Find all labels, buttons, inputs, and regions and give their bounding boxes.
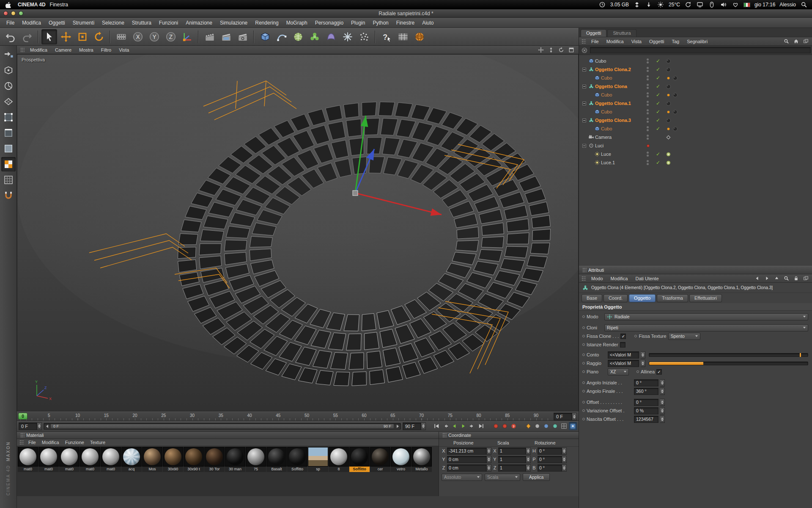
visibility-dots[interactable] <box>647 67 649 72</box>
viewport-menu-filtro[interactable]: Filtro <box>97 45 115 55</box>
menubar-clock[interactable]: gio 17:16 <box>754 2 775 8</box>
material-item[interactable]: 8 <box>329 447 349 472</box>
cloni-dropdown[interactable]: Ripeti <box>604 324 808 331</box>
heart-icon[interactable] <box>732 1 739 8</box>
expander-icon[interactable] <box>582 144 587 148</box>
light-tag-icon[interactable] <box>665 151 671 157</box>
rotation-p-field[interactable]: 0 ° <box>538 456 567 463</box>
visibility-dots[interactable] <box>647 101 649 106</box>
model-mode-button[interactable] <box>1 63 16 77</box>
om-menu-vista[interactable]: Vista <box>628 36 645 47</box>
allinea-checkbox[interactable]: ✓ <box>656 369 662 375</box>
expander-icon[interactable] <box>582 102 587 105</box>
nascita-offset-field[interactable]: 1234567 <box>634 416 658 423</box>
texture-tag-icon[interactable] <box>672 75 678 81</box>
material-item[interactable]: acq <box>121 447 142 472</box>
autokey-button[interactable] <box>501 422 509 430</box>
timeline-range-slider[interactable]: 0 F 90 F <box>44 423 401 430</box>
snap-settings-button[interactable] <box>1 188 16 203</box>
panel-grip[interactable] <box>442 433 447 438</box>
conto-slider[interactable] <box>649 353 808 357</box>
enabled-check[interactable]: ✓ <box>656 151 660 157</box>
texture-tag-icon[interactable] <box>672 126 678 132</box>
texture-tag-icon[interactable] <box>665 117 671 123</box>
modo-dropdown[interactable]: Radiale <box>604 313 808 320</box>
workplane-button[interactable] <box>411 29 427 44</box>
object-row-oggetto-clona-3[interactable]: Oggetto Clona.3✓ <box>579 116 812 124</box>
weather-icon[interactable] <box>657 1 664 8</box>
offset-field-stepper[interactable] <box>660 399 665 406</box>
om-menu-oggetti[interactable]: Oggetti <box>645 36 668 47</box>
menu-finestre[interactable]: Finestre <box>392 18 418 28</box>
anim-dot[interactable] <box>582 335 585 337</box>
om-menu-segnalibri[interactable]: Segnalibri <box>683 36 711 47</box>
enabled-check[interactable]: ✓ <box>656 160 660 166</box>
conto-field[interactable]: <<Valori M <box>608 351 639 359</box>
frame-stepper[interactable] <box>572 413 577 420</box>
angolo-finale-field[interactable]: 360 ° <box>634 388 658 395</box>
material-item[interactable]: Soffitto <box>349 447 370 472</box>
time-machine-icon[interactable] <box>598 1 606 8</box>
material-item[interactable]: 30x90 <box>163 447 183 472</box>
menu-plugin[interactable]: Plugin <box>347 18 369 28</box>
panel-menu-icon[interactable] <box>802 38 809 45</box>
move-tool[interactable] <box>58 29 74 44</box>
material-item[interactable]: 75 <box>246 447 266 472</box>
offset-field[interactable]: 0 ° <box>634 399 658 406</box>
panel-menu-icon[interactable] <box>802 275 809 282</box>
material-item[interactable]: Mos <box>142 447 162 472</box>
material-item[interactable]: mat0 <box>101 447 121 472</box>
enabled-check[interactable]: ✓ <box>656 66 660 72</box>
anim-dot[interactable] <box>582 418 585 420</box>
material-item[interactable]: vetro <box>391 447 411 472</box>
attr-tab-base[interactable]: Base <box>582 294 602 302</box>
minimize-button[interactable] <box>11 11 16 16</box>
attributes-menu-modifica[interactable]: Modifica <box>607 273 632 284</box>
om-menu-modifica[interactable]: Modifica <box>603 36 628 47</box>
visibility-dots[interactable] <box>647 135 649 140</box>
undo-button[interactable] <box>3 29 18 44</box>
viewport-camera-label[interactable]: Prospettiva <box>22 57 45 62</box>
add-cube-primitive-button[interactable] <box>257 29 273 44</box>
render-settings-button[interactable] <box>235 29 250 44</box>
visibility-dots[interactable] <box>647 126 649 131</box>
om-menu-tag[interactable]: Tag <box>668 36 683 47</box>
object-row-cubo[interactable]: Cubo✓ <box>579 74 812 82</box>
lock-x-axis-button[interactable]: X <box>130 29 145 44</box>
enabled-check[interactable]: ✓ <box>656 58 660 64</box>
anim-dot[interactable] <box>636 370 639 373</box>
dropbox-icon[interactable] <box>633 1 641 8</box>
angolo-iniziale-field-stepper[interactable] <box>660 379 665 387</box>
menu-personaggio[interactable]: Personaggio <box>311 18 347 28</box>
input-device-icon[interactable] <box>708 1 716 8</box>
search-icon[interactable] <box>782 38 790 45</box>
expander-icon[interactable] <box>582 119 587 122</box>
panel-grip[interactable] <box>582 276 586 281</box>
keyframe-selection-button[interactable]: ? <box>510 422 518 430</box>
sync-icon[interactable] <box>684 1 692 8</box>
menu-funzioni[interactable]: Funzioni <box>155 18 182 28</box>
istanze-render-checkbox[interactable] <box>620 342 625 348</box>
material-item[interactable]: Soffitto <box>287 447 307 472</box>
materials-menu-texture[interactable]: Texture <box>87 439 108 446</box>
add-generator-button[interactable] <box>290 29 306 44</box>
materials-menu-file[interactable]: File <box>25 439 39 446</box>
position-y-field[interactable]: 0 cm <box>447 456 491 463</box>
object-row-camera[interactable]: Camera <box>579 133 812 141</box>
menu-strumenti[interactable]: Strumenti <box>69 18 98 28</box>
anim-dot[interactable] <box>634 335 637 337</box>
fissa-clone-checkbox[interactable]: ✓ <box>620 334 626 339</box>
attr-tab-trasforma[interactable]: Trasforma <box>657 294 688 302</box>
rotation-b-field[interactable]: 0 ° <box>538 464 567 472</box>
search-icon[interactable] <box>782 275 790 282</box>
window-titlebar[interactable]: Radiale sanpietrini.c4d * <box>0 9 812 18</box>
menu-struttura[interactable]: Struttura <box>128 18 155 28</box>
attributes-menu-dati-utente[interactable]: Dati Utente <box>632 273 663 284</box>
rotate-tool[interactable] <box>91 29 107 44</box>
om-menu-file[interactable]: File <box>587 36 603 47</box>
record-keyframe-button[interactable] <box>492 422 500 430</box>
add-environment-button[interactable] <box>340 29 355 44</box>
scale-tool[interactable] <box>74 29 90 44</box>
uv-mode-button[interactable] <box>1 173 16 187</box>
material-item[interactable]: 30 man <box>225 447 245 472</box>
